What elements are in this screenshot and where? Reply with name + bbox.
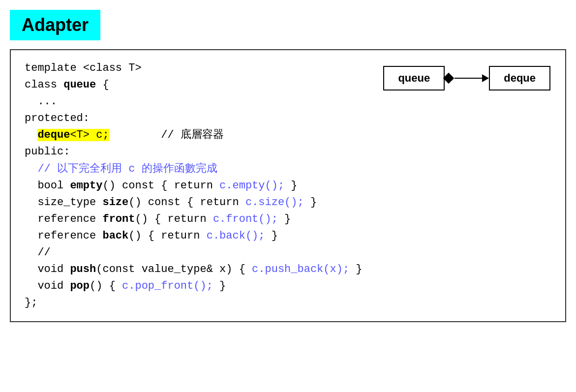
code-line-empty: bool empty() const { return c.empty(); }	[25, 178, 551, 194]
code-line-dots: ...	[25, 93, 551, 110]
uml-diagram: queue deque	[383, 66, 550, 90]
code-line-front: reference front() { return c.front(); }	[25, 211, 551, 228]
code-line-push: void push(const value_type& x) { c.push_…	[25, 261, 551, 278]
code-line-public: public:	[25, 144, 551, 160]
code-line-size: size_type size() const { return c.size()…	[25, 194, 551, 211]
code-line-comment2: //	[25, 244, 551, 261]
title-text: Adapter	[22, 15, 89, 35]
title-box: Adapter	[10, 10, 100, 40]
deque-box: deque	[489, 66, 550, 90]
code-line-protected: protected:	[25, 110, 551, 127]
main-box: queue deque template <class T> class que…	[10, 49, 566, 322]
code-line-end: };	[25, 295, 551, 311]
code-line-deque: deque<T> c; // 底層容器	[25, 127, 551, 144]
arrow-connector	[445, 74, 489, 82]
queue-box: queue	[383, 66, 445, 90]
code-line-back: reference back() { return c.back(); }	[25, 228, 551, 244]
code-line-pop: void pop() { c.pop_front(); }	[25, 278, 551, 295]
code-line-comment1: // 以下完全利用 c 的操作函數完成	[25, 161, 551, 178]
code-block: template <class T> class queue { ... pro…	[25, 60, 551, 311]
